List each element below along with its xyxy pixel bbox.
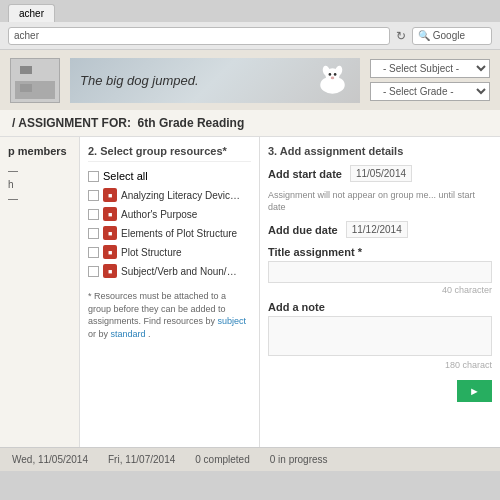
- col2-title: 2. Select group resources*: [88, 145, 251, 162]
- resource-label-2: Author's Purpose: [121, 209, 197, 220]
- svg-rect-2: [20, 66, 32, 74]
- resource-item-2[interactable]: ■ Author's Purpose: [88, 207, 251, 221]
- header-selects: - Select Subject - - Select Grade -: [370, 59, 490, 101]
- resource-label-5: Subject/Verb and Noun/Pronoun...: [121, 266, 241, 277]
- footer-date2: Fri, 11/07/2014: [108, 454, 175, 465]
- resource-checkbox-5[interactable]: [88, 266, 99, 277]
- resource-item-3[interactable]: ■ Elements of Plot Structure: [88, 226, 251, 240]
- start-date-note: Assignment will not appear on group me..…: [268, 190, 492, 213]
- resource-checkbox-4[interactable]: [88, 247, 99, 258]
- resource-icon-3: ■: [103, 226, 117, 240]
- note-label: Add a note: [268, 301, 492, 313]
- logo: [10, 58, 60, 103]
- select-all-label: Select all: [103, 170, 148, 182]
- resource-icon-5: ■: [103, 264, 117, 278]
- note-char-count: 180 charact: [268, 360, 492, 370]
- col-members: p members — h —: [0, 137, 80, 447]
- footer-completed: 0 completed: [195, 454, 249, 465]
- url-text: acher: [14, 30, 39, 41]
- due-date-label: Add due date: [268, 224, 338, 236]
- footer-completed-text: 0 completed: [195, 454, 249, 465]
- browser-toolbar: acher ↻ 🔍 Google: [0, 22, 500, 50]
- site-header: The big dog jumped. - Select Subject - -…: [0, 50, 500, 110]
- start-date-row: Add start date 11/05/2014: [268, 165, 492, 182]
- resource-icon-1: ■: [103, 188, 117, 202]
- search-text: Google: [433, 30, 465, 41]
- submit-button[interactable]: ►: [457, 380, 492, 402]
- resource-checkbox-3[interactable]: [88, 228, 99, 239]
- resource-label-4: Plot Structure: [121, 247, 182, 258]
- footer-in-progress: 0 in progress: [270, 454, 328, 465]
- resource-item-1[interactable]: ■ Analyzing Literacy Devices in...: [88, 188, 251, 202]
- title-label: Title assignment *: [268, 246, 492, 258]
- col-details: 3. Add assignment details Add start date…: [260, 137, 500, 447]
- select-all-checkbox[interactable]: [88, 171, 99, 182]
- resource-icon-2: ■: [103, 207, 117, 221]
- start-date-label: Add start date: [268, 168, 342, 180]
- footer-date1: Wed, 11/05/2014: [12, 454, 88, 465]
- select-all-row[interactable]: Select all: [88, 170, 251, 182]
- assignment-prefix: / ASSIGNMENT FOR:: [12, 116, 131, 130]
- header-banner: The big dog jumped.: [70, 58, 360, 103]
- footer-text: * Resources must be attached to a group …: [88, 291, 226, 326]
- footer-date1-text: Wed, 11/05/2014: [12, 454, 88, 465]
- title-input[interactable]: [268, 261, 492, 283]
- subject-select[interactable]: - Select Subject -: [370, 59, 490, 78]
- resource-label-3: Elements of Plot Structure: [121, 228, 237, 239]
- svg-point-8: [329, 73, 332, 76]
- due-date-row: Add due date 11/12/2014: [268, 221, 492, 238]
- search-bar[interactable]: 🔍 Google: [412, 27, 492, 45]
- subject-link[interactable]: subject: [218, 316, 247, 326]
- standard-link[interactable]: standard: [111, 329, 146, 339]
- title-char-count: 40 character: [268, 285, 492, 295]
- svg-point-10: [331, 76, 335, 79]
- page-footer: Wed, 11/05/2014 Fri, 11/07/2014 0 comple…: [0, 447, 500, 471]
- col3-title: 3. Add assignment details: [268, 145, 492, 157]
- svg-rect-3: [20, 84, 32, 92]
- svg-point-9: [334, 73, 337, 76]
- search-icon: 🔍: [418, 30, 430, 41]
- col-resources: 2. Select group resources* Select all ■ …: [80, 137, 260, 447]
- resource-item-4[interactable]: ■ Plot Structure: [88, 245, 251, 259]
- footer-date2-text: Fri, 11/07/2014: [108, 454, 175, 465]
- member-item-3: —: [8, 193, 71, 204]
- note-input[interactable]: [268, 316, 492, 356]
- resource-label-1: Analyzing Literacy Devices in...: [121, 190, 241, 201]
- resource-icon-4: ■: [103, 245, 117, 259]
- resource-checkbox-1[interactable]: [88, 190, 99, 201]
- main-content: p members — h — 2. Select group resource…: [0, 137, 500, 447]
- resource-item-5[interactable]: ■ Subject/Verb and Noun/Pronoun...: [88, 264, 251, 278]
- browser-tab[interactable]: acher: [8, 4, 55, 22]
- dog-image: [315, 63, 350, 98]
- col2-footer: * Resources must be attached to a group …: [88, 290, 251, 340]
- footer-end: .: [148, 329, 151, 339]
- start-date-value[interactable]: 11/05/2014: [350, 165, 412, 182]
- header-tagline: The big dog jumped.: [80, 73, 199, 88]
- member-item: —: [8, 165, 71, 176]
- resource-checkbox-2[interactable]: [88, 209, 99, 220]
- grade-select[interactable]: - Select Grade -: [370, 82, 490, 101]
- url-bar[interactable]: acher: [8, 27, 390, 45]
- assignment-header: / ASSIGNMENT FOR: 6th Grade Reading: [0, 110, 500, 137]
- tab-label: acher: [19, 8, 44, 19]
- footer-in-progress-text: 0 in progress: [270, 454, 328, 465]
- refresh-button[interactable]: ↻: [396, 29, 406, 43]
- due-date-value[interactable]: 11/12/2014: [346, 221, 408, 238]
- member-item-h: h: [8, 179, 71, 190]
- footer-middle: or by: [88, 329, 108, 339]
- assignment-classname: 6th Grade Reading: [138, 116, 245, 130]
- col1-title: p members: [8, 145, 71, 157]
